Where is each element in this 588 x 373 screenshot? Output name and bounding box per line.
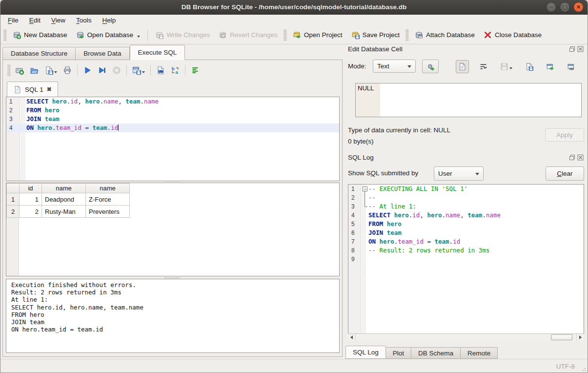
toolbar-handle[interactable] <box>406 29 409 41</box>
new-database-button[interactable]: New Database <box>8 28 72 41</box>
toolbar-handle[interactable] <box>7 64 11 76</box>
minimize-button[interactable]: ─ <box>546 2 556 12</box>
sql-log-view: 1-- EXECUTING ALL IN 'SQL 1'2--3-- At li… <box>348 184 584 341</box>
fold-marker[interactable] <box>362 193 368 202</box>
dock-tab-sql-log[interactable]: SQL Log <box>345 346 386 359</box>
column-header[interactable]: name <box>86 184 130 193</box>
apply-button[interactable]: Apply <box>545 128 584 142</box>
table-cell[interactable]: Preventers <box>86 206 130 218</box>
row-header[interactable]: 1 <box>7 193 20 206</box>
toolbar-button-label: New Database <box>24 31 67 39</box>
column-header[interactable]: id <box>20 184 42 193</box>
tab-browse-data[interactable]: Browse Data <box>76 47 129 60</box>
title-bar[interactable]: DB Browser for SQLite - /home/user/code/… <box>0 0 588 15</box>
menu-view[interactable]: View <box>46 16 71 25</box>
close-panel-icon[interactable] <box>577 46 584 52</box>
menu-file[interactable]: File <box>2 16 24 25</box>
scrollbar-thumb[interactable] <box>551 334 572 340</box>
revert-changes-button[interactable]: Revert Changes <box>214 28 282 41</box>
toolbar-button-label: Close Database <box>495 31 542 39</box>
cell-value-editor[interactable]: NULL <box>355 83 582 117</box>
row-header[interactable]: 2 <box>7 206 20 218</box>
open-external-button[interactable] <box>544 60 557 73</box>
dock-tab-remote[interactable]: Remote <box>461 347 498 359</box>
clear-log-button[interactable]: Clear <box>546 166 584 181</box>
chevron-down-icon <box>509 67 512 69</box>
float-panel-icon[interactable] <box>569 154 575 161</box>
toolbar-button-label: Write Changes <box>166 31 210 39</box>
open-project-button[interactable]: Open Project <box>288 28 347 41</box>
find-button[interactable] <box>153 64 168 76</box>
table-cell[interactable]: Z-Force <box>86 193 130 206</box>
horizontal-scrollbar[interactable] <box>348 333 584 341</box>
open-sql-file-button[interactable] <box>27 64 41 76</box>
export-data-button[interactable] <box>523 60 536 73</box>
print-button[interactable] <box>60 64 75 76</box>
table-cell[interactable]: 1 <box>20 193 42 206</box>
format-sql-button[interactable] <box>188 64 203 76</box>
toolbar-separator <box>77 65 78 76</box>
scroll-left-button[interactable] <box>348 334 356 341</box>
tab-close-icon[interactable]: ✖ <box>47 86 52 93</box>
mode-value: Text <box>377 62 389 70</box>
maximize-button[interactable]: ▢ <box>560 2 570 12</box>
table-cell[interactable]: 2 <box>20 206 42 218</box>
text-mode-button[interactable] <box>456 60 469 73</box>
corner-header[interactable] <box>7 184 20 193</box>
auto-apply-button[interactable] <box>422 60 439 73</box>
resize-grip[interactable] <box>580 366 587 372</box>
close-panel-icon[interactable] <box>577 154 584 161</box>
fold-marker <box>20 115 26 124</box>
tab-database-structure[interactable]: Database Structure <box>2 47 76 60</box>
word-wrap-button[interactable] <box>477 60 490 73</box>
fold-marker <box>362 228 368 237</box>
line-number: 8 <box>348 246 362 255</box>
open-database-button[interactable]: Open Database <box>72 28 145 41</box>
close-button[interactable]: ✕ <box>573 2 584 12</box>
main-tab-bar: Database StructureBrowse DataExecute SQL <box>2 45 185 60</box>
code-line: 2FROM hero <box>6 106 339 115</box>
sql-editor[interactable]: 1SELECT hero.id, hero.name, team.name2FR… <box>6 97 340 181</box>
code-text: -- Result: 2 rows returned in 3ms <box>368 246 489 255</box>
table-cell[interactable]: Deadpond <box>42 193 86 206</box>
replace-button[interactable]: ba <box>168 64 182 76</box>
save-results-button[interactable] <box>129 64 148 76</box>
write-changes-button[interactable]: Write Changes <box>151 28 214 41</box>
copy-link-button[interactable] <box>565 60 578 73</box>
toolbar-handle[interactable] <box>284 29 287 41</box>
close-database-icon <box>484 31 492 39</box>
tab-execute-sql[interactable]: Execute SQL <box>130 45 185 60</box>
toolbar-handle[interactable] <box>3 29 7 41</box>
new-tab-button[interactable] <box>12 64 27 76</box>
mode-select[interactable]: Text <box>373 60 416 73</box>
show-sql-select[interactable]: User <box>434 166 484 181</box>
stop-button[interactable] <box>109 64 124 76</box>
table-cell[interactable]: Rusty-Man <box>42 206 86 218</box>
dock-tab-db-schema[interactable]: DB Schema <box>411 347 461 359</box>
encoding-indicator: UTF-8 <box>556 363 575 370</box>
attach-database-button[interactable]: Attach Database <box>410 28 479 41</box>
chevron-down-icon <box>142 71 145 73</box>
save-sql-file-button[interactable] <box>41 64 60 76</box>
chevron-down-icon <box>54 71 57 73</box>
scroll-right-button[interactable] <box>576 334 584 341</box>
menu-help[interactable]: Help <box>97 16 122 25</box>
float-panel-icon[interactable] <box>569 46 575 52</box>
menu-edit[interactable]: Edit <box>24 16 46 25</box>
save-project-button[interactable]: Save Project <box>347 28 405 41</box>
dock-tab-plot[interactable]: Plot <box>386 347 411 359</box>
menu-tools[interactable]: Tools <box>71 16 97 25</box>
sql-editor-toolbar: ba <box>6 63 203 77</box>
sql-file-tab[interactable]: SQL 1 ✖ <box>7 82 58 97</box>
find-icon <box>156 66 165 75</box>
set-null-button[interactable] <box>586 60 588 73</box>
fold-marker[interactable] <box>362 185 368 193</box>
splitter-handle[interactable] <box>164 180 181 182</box>
new-database-icon <box>13 31 21 39</box>
execute-all-button[interactable] <box>80 64 95 76</box>
execute-line-button[interactable] <box>95 64 109 76</box>
close-database-button[interactable]: Close Database <box>479 28 546 41</box>
fold-marker[interactable] <box>362 202 368 211</box>
import-data-button[interactable] <box>498 60 515 73</box>
column-header[interactable]: name <box>42 184 86 193</box>
